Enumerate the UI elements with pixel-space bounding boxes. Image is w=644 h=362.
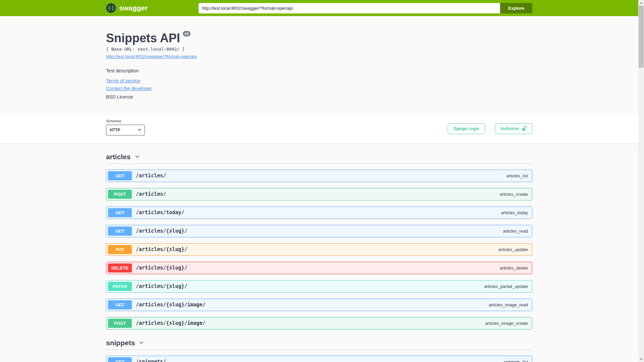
license-label: BSD License <box>106 94 532 100</box>
opblock-articles_read[interactable]: GET/articles/{slug}/articles_read <box>106 225 532 237</box>
operation-id: snippets_list <box>504 359 528 362</box>
explore-button[interactable]: Explore <box>500 3 532 13</box>
operation-path: /articles/{slug}/ <box>136 246 187 252</box>
opblock-articles_partial_update[interactable]: PATCH/articles/{slug}/articles_partial_u… <box>106 280 532 293</box>
chevron-down-icon <box>139 340 144 346</box>
method-badge: GET <box>108 300 132 309</box>
authorize-button[interactable]: Authorize <box>495 123 532 134</box>
contact-developer-link[interactable]: Contact the developer <box>106 86 152 91</box>
authorize-label: Authorize <box>500 126 519 131</box>
method-badge: PUT <box>108 245 132 254</box>
operation-path: /articles/ <box>136 173 166 179</box>
swagger-ui-page: swagger Explore Snippets APIv1 [ Base UR… <box>0 0 638 362</box>
operation-path: /articles/ <box>136 191 166 197</box>
tag-name: articles <box>106 153 131 161</box>
scrollbar-thumb[interactable] <box>639 6 644 68</box>
page-title: Snippets APIv1 <box>106 32 532 45</box>
vertical-scrollbar: ▲ ▼ <box>638 0 644 362</box>
schemes-select[interactable]: HTTP <box>106 125 145 135</box>
method-badge: POST <box>108 190 132 199</box>
method-badge: GET <box>108 227 132 236</box>
operations-sections: articlesGET/articles/articles_listPOST/a… <box>106 150 532 362</box>
opblock-articles_create[interactable]: POST/articles/articles_create <box>106 188 532 200</box>
version-badge: v1 <box>183 31 191 37</box>
opblock-snippets_list[interactable]: GET/snippets/snippets_list <box>106 356 532 362</box>
operation-path: /articles/{slug}/ <box>136 228 187 234</box>
spec-link[interactable]: http://test.local:8002/swagger/?format=o… <box>106 54 197 59</box>
opblock-articles_image_create[interactable]: POST/articles/{slug}/image/articles_imag… <box>106 317 532 329</box>
schemes-label: Schemes <box>106 119 145 123</box>
tag-section-articles: articlesGET/articles/articles_listPOST/a… <box>106 150 532 329</box>
swagger-logo-text: swagger <box>119 4 148 12</box>
chevron-down-icon <box>135 154 140 160</box>
tag-section-snippets: snippetsGET/snippets/snippets_list <box>106 336 532 362</box>
opblock-articles_today[interactable]: GET/articles/today/articles_today <box>106 206 532 219</box>
swagger-logo-icon <box>106 3 116 13</box>
schemes-group: Schemes HTTP <box>106 119 145 135</box>
opblock-articles_list[interactable]: GET/articles/articles_list <box>106 170 532 182</box>
opblock-articles_delete[interactable]: DELETE/articles/{slug}/articles_delete <box>106 262 532 274</box>
topbar: swagger Explore <box>0 0 638 16</box>
method-badge: GET <box>108 208 132 217</box>
schemes-selected-value: HTTP <box>110 128 120 132</box>
download-url-form: Explore <box>199 3 532 13</box>
chevron-down-icon <box>138 129 141 131</box>
operation-path: /articles/{slug}/image/ <box>136 302 206 308</box>
spec-url-input[interactable] <box>199 3 500 13</box>
operation-id: articles_image_create <box>485 321 528 326</box>
method-badge: DELETE <box>108 263 132 273</box>
operation-id: articles_delete <box>500 265 528 270</box>
operation-path: /articles/{slug}/ <box>136 265 187 271</box>
tag-header-snippets[interactable]: snippets <box>106 336 532 350</box>
api-title-text: Snippets API <box>106 31 180 45</box>
operation-id: articles_image_read <box>489 302 528 307</box>
django-login-button[interactable]: Django Login <box>448 123 485 134</box>
opblock-articles_image_read[interactable]: GET/articles/{slug}/image/articles_image… <box>106 299 532 311</box>
method-badge: POST <box>108 319 132 328</box>
method-badge: GET <box>108 357 132 362</box>
scheme-container: Schemes HTTP Django Login Authorize <box>0 115 638 143</box>
tag-header-articles[interactable]: articles <box>106 150 532 164</box>
operation-path: /articles/{slug}/ <box>136 283 187 289</box>
opblock-articles_update[interactable]: PUT/articles/{slug}/articles_update <box>106 243 532 256</box>
operation-path: /articles/{slug}/image/ <box>136 320 206 326</box>
base-url: [ Base URL: test.local:8002/ ] <box>106 47 532 52</box>
method-badge: GET <box>108 171 132 180</box>
operation-id: articles_list <box>506 173 528 178</box>
method-badge: PATCH <box>108 282 132 291</box>
terms-of-service-link[interactable]: Terms of service <box>106 78 140 83</box>
auth-area: Django Login Authorize <box>448 122 532 135</box>
operation-path: /snippets/ <box>136 359 166 362</box>
api-description: Test description <box>106 68 532 73</box>
swagger-logo-link[interactable]: swagger <box>106 3 148 13</box>
tag-name: snippets <box>106 339 135 347</box>
operation-id: articles_partial_update <box>484 284 528 289</box>
operation-id: articles_update <box>498 247 528 252</box>
operation-id: articles_today <box>501 210 528 215</box>
scrollbar-down-arrow-icon[interactable]: ▼ <box>638 356 644 362</box>
scrollbar-up-arrow-icon[interactable]: ▲ <box>638 0 644 6</box>
operation-id: articles_read <box>503 229 528 234</box>
operation-id: articles_create <box>499 192 528 197</box>
operation-path: /articles/today/ <box>136 209 184 216</box>
api-info-section: Snippets APIv1 [ Base URL: test.local:80… <box>0 16 638 115</box>
auth-separator <box>490 122 490 135</box>
unlock-icon <box>522 126 527 131</box>
